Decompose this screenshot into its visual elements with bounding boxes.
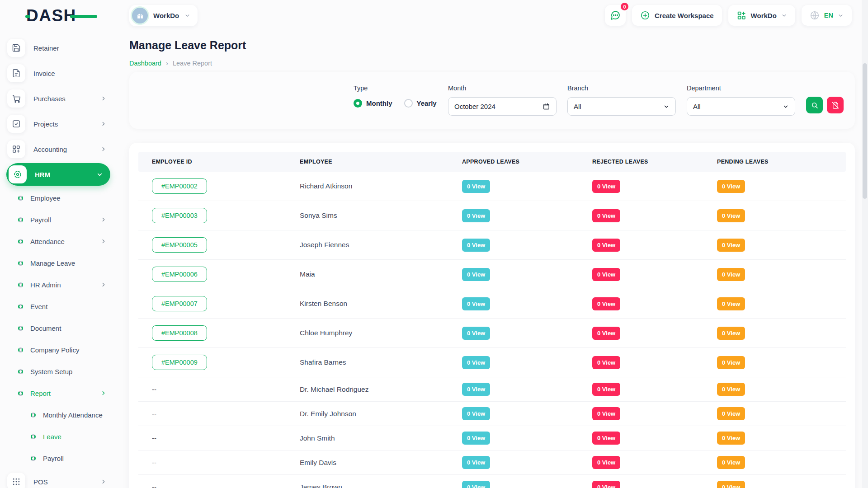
purchases-icon: [7, 89, 25, 108]
workspace-selector[interactable]: WorkDo: [129, 5, 198, 26]
pending-leaves-badge[interactable]: 0 View: [717, 383, 745, 396]
language-dropdown[interactable]: EN: [802, 5, 852, 26]
approved-leaves-badge[interactable]: 0 View: [462, 383, 490, 396]
employee-id-pill[interactable]: #EMP00006: [152, 267, 207, 282]
approved-leaves-badge[interactable]: 0 View: [462, 456, 490, 469]
employee-name: Richard Atkinson: [300, 182, 462, 190]
sidebar-item-invoice[interactable]: Invoice: [7, 61, 109, 86]
sidebar-item-payroll[interactable]: Payroll: [7, 209, 109, 230]
department-select[interactable]: All: [687, 97, 795, 116]
pending-leaves-badge[interactable]: 0 View: [717, 432, 745, 445]
employee-id-empty: --: [152, 483, 156, 488]
rejected-leaves-badge[interactable]: 0 View: [592, 456, 620, 469]
approved-leaves-badge[interactable]: 0 View: [462, 327, 490, 340]
table-row: #EMP00003 Sonya Sims 0 View 0 View 0 Vie…: [138, 201, 846, 230]
branch-value: All: [574, 103, 581, 110]
sidebar-item-report[interactable]: Report: [7, 382, 109, 404]
employee-id-pill[interactable]: #EMP00007: [152, 296, 207, 311]
sidebar-item-monthly-attendance[interactable]: Monthly Attendance: [7, 404, 109, 426]
approved-leaves-badge[interactable]: 0 View: [462, 481, 490, 488]
approved-leaves-badge[interactable]: 0 View: [462, 209, 490, 222]
reset-export-button[interactable]: [827, 97, 844, 113]
bullet-icon: [31, 434, 36, 439]
pending-leaves-badge[interactable]: 0 View: [717, 407, 745, 420]
approved-leaves-badge[interactable]: 0 View: [462, 432, 490, 445]
sidebar-item-document[interactable]: Document: [7, 317, 109, 339]
sidebar-item-retainer[interactable]: Retainer: [7, 35, 109, 61]
sidebar-item-system-setup[interactable]: System Setup: [7, 361, 109, 382]
employee-id-pill[interactable]: #EMP00002: [152, 178, 207, 194]
sidebar-item-payroll[interactable]: Payroll: [7, 447, 109, 469]
department-filter-group: Department All: [687, 84, 795, 116]
sidebar-item-company-policy[interactable]: Company Policy: [7, 339, 109, 361]
pending-leaves-badge[interactable]: 0 View: [717, 239, 745, 252]
month-value: October 2024: [454, 103, 495, 110]
table-row: #EMP00006 Maia 0 View 0 View 0 View: [138, 260, 846, 289]
branch-select[interactable]: All: [567, 97, 676, 116]
sidebar-item-purchases[interactable]: Purchases: [7, 86, 109, 111]
sidebar-item-employee[interactable]: Employee: [7, 187, 109, 209]
rejected-leaves-badge[interactable]: 0 View: [592, 383, 620, 396]
file-off-icon: [831, 101, 840, 109]
pending-leaves-badge[interactable]: 0 View: [717, 456, 745, 469]
rejected-leaves-badge[interactable]: 0 View: [592, 180, 620, 193]
rejected-leaves-badge[interactable]: 0 View: [592, 297, 620, 310]
sidebar-item-event[interactable]: Event: [7, 296, 109, 317]
month-input[interactable]: October 2024: [448, 97, 557, 116]
approved-leaves-badge[interactable]: 0 View: [462, 407, 490, 420]
pending-leaves-badge[interactable]: 0 View: [717, 180, 745, 193]
employee-id-pill[interactable]: #EMP00005: [152, 237, 207, 253]
rejected-leaves-badge[interactable]: 0 View: [592, 327, 620, 340]
pending-leaves-badge[interactable]: 0 View: [717, 327, 745, 340]
branch-label: Branch: [567, 84, 676, 92]
pending-leaves-badge[interactable]: 0 View: [717, 209, 745, 222]
table-row: #EMP00009 Shafira Barnes 0 View 0 View 0…: [138, 348, 846, 377]
approved-leaves-badge[interactable]: 0 View: [462, 297, 490, 310]
header-actions: 0 Create Workspace WorkDo EN: [605, 5, 852, 26]
employee-id-empty: --: [152, 410, 156, 418]
pos-icon: [7, 473, 25, 488]
sidebar-item-projects[interactable]: Projects: [7, 111, 109, 136]
radio-yearly[interactable]: Yearly: [404, 99, 437, 108]
approved-leaves-badge[interactable]: 0 View: [462, 239, 490, 252]
sidebar-item-label: System Setup: [30, 368, 109, 375]
messages-button[interactable]: 0: [605, 5, 626, 26]
rejected-leaves-badge[interactable]: 0 View: [592, 356, 620, 369]
projects-icon: [7, 115, 25, 133]
sidebar-item-hr-admin[interactable]: HR Admin: [7, 274, 109, 296]
column-header-pending-leaves: PENDING LEAVES: [717, 159, 846, 165]
sidebar-item-attendance[interactable]: Attendance: [7, 230, 109, 252]
approved-leaves-badge[interactable]: 0 View: [462, 180, 490, 193]
pending-leaves-badge[interactable]: 0 View: [717, 481, 745, 488]
approved-leaves-badge[interactable]: 0 View: [462, 356, 490, 369]
rejected-leaves-badge[interactable]: 0 View: [592, 432, 620, 445]
breadcrumb-dashboard-link[interactable]: Dashboard: [129, 60, 161, 67]
create-workspace-button[interactable]: Create Workspace: [632, 5, 722, 26]
radio-monthly[interactable]: Monthly: [354, 99, 392, 108]
sidebar-item-manage-leave[interactable]: Manage Leave: [7, 252, 109, 274]
employee-id-pill[interactable]: #EMP00008: [152, 325, 207, 341]
scrollbar-thumb[interactable]: [863, 63, 867, 199]
department-value: All: [693, 103, 701, 110]
page-scrollbar[interactable]: [862, 0, 868, 488]
workdo-apps-dropdown[interactable]: WorkDo: [728, 5, 795, 26]
pending-leaves-badge[interactable]: 0 View: [717, 356, 745, 369]
employee-id-pill[interactable]: #EMP00009: [152, 355, 207, 370]
sidebar-item-leave[interactable]: Leave: [7, 426, 109, 447]
rejected-leaves-badge[interactable]: 0 View: [592, 239, 620, 252]
sidebar-item-pos[interactable]: POS: [7, 469, 109, 488]
employee-name: Dr. Michael Rodriguez: [300, 385, 462, 394]
pending-leaves-badge[interactable]: 0 View: [717, 268, 745, 281]
sidebar-item-accounting[interactable]: Accounting: [7, 136, 109, 162]
rejected-leaves-badge[interactable]: 0 View: [592, 481, 620, 488]
pending-leaves-badge[interactable]: 0 View: [717, 297, 745, 310]
sidebar-item-label: Accounting: [33, 145, 92, 153]
employee-id-pill[interactable]: #EMP00003: [152, 208, 207, 223]
rejected-leaves-badge[interactable]: 0 View: [592, 407, 620, 420]
approved-leaves-badge[interactable]: 0 View: [462, 268, 490, 281]
table-row: -- Dr. Emily Johnson 0 View 0 View 0 Vie…: [138, 402, 846, 426]
rejected-leaves-badge[interactable]: 0 View: [592, 209, 620, 222]
rejected-leaves-badge[interactable]: 0 View: [592, 268, 620, 281]
search-button[interactable]: [806, 97, 823, 113]
sidebar-item-hrm[interactable]: HRM: [6, 163, 110, 186]
